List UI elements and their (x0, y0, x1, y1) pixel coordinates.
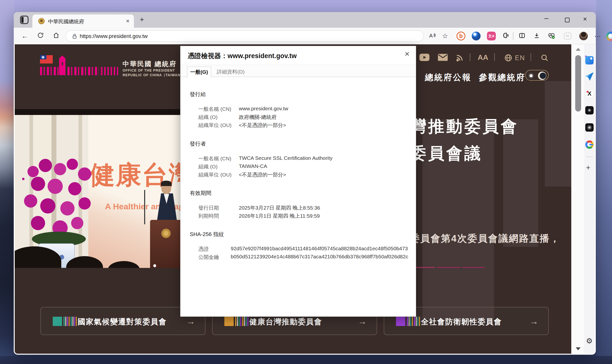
search-icon[interactable] (540, 54, 549, 63)
settings-more-icon[interactable]: ⋯ (594, 33, 601, 40)
sidebar-designer-icon[interactable] (585, 56, 594, 65)
field-value: 2026年1月1日 星期四 晚上11:59:59 (239, 212, 320, 219)
field-value: 政府機關-總統府 (239, 114, 277, 121)
gpt-glyph: ✳ (587, 108, 592, 113)
field-value-fingerprint: b050d5121239204e14c488b67c317aca4210b766… (231, 254, 408, 260)
field-label: 組織單位 (OU) (198, 171, 232, 178)
mail-icon[interactable] (438, 54, 448, 62)
video-control-dot[interactable] (153, 264, 156, 267)
theme-toggle[interactable] (525, 70, 549, 81)
field-label: 組織 (O) (198, 114, 218, 121)
translate-icon[interactable]: 文A (487, 32, 496, 40)
favorite-star-icon[interactable]: ☆ (441, 32, 449, 40)
field-label: 組織單位 (OU) (198, 122, 232, 129)
translate-glyph: 文A (488, 34, 495, 38)
tab-details[interactable]: 詳細資料(D) (217, 68, 245, 75)
browser-essentials-icon[interactable] (547, 32, 556, 40)
hero-photo[interactable]: 健康台灣·樂 A Healthier and Happ (15, 109, 180, 268)
sidebar-app-icon[interactable] (585, 123, 594, 132)
carousel-dash[interactable] (437, 267, 460, 268)
read-aloud-icon[interactable]: A (428, 32, 436, 40)
logo-pixel-strips (40, 67, 99, 75)
youtube-icon[interactable] (419, 54, 430, 62)
sidebar-drop-icon[interactable] (585, 72, 594, 81)
nav-visit[interactable]: 參觀總統府 (479, 72, 525, 83)
hero-subtitle: 委員會第4次委員會議網路直播， (410, 232, 560, 245)
sidebar-chatgpt-icon[interactable]: ✳ (585, 106, 594, 115)
site-logo-sub2: REPUBLIC OF CHINA（TAIWAN） (123, 73, 184, 78)
certificate-viewer-dialog: 憑證檢視器：www.president.gov.tw × 一般(G) 詳細資料(… (180, 46, 416, 317)
arrow-right-icon: → (186, 316, 195, 326)
font-resize-control[interactable]: AA (478, 53, 488, 62)
browser-tab[interactable]: 中華民國總統府 × (32, 14, 134, 28)
president-hair (161, 181, 172, 186)
minimize-button[interactable]: – (544, 14, 548, 22)
lock-icon[interactable] (71, 33, 78, 40)
header-divider (470, 53, 470, 61)
moon-icon (538, 72, 546, 80)
sidebar-x-app-icon[interactable]: X (585, 90, 594, 98)
new-tab-button[interactable]: + (140, 15, 144, 24)
field-label: 憑證 (198, 246, 209, 252)
tab-workspaces-icon[interactable] (20, 16, 28, 24)
taiwan-flag-icon (40, 55, 53, 64)
sidebar-add-icon[interactable]: + (586, 164, 590, 172)
tab-close-icon[interactable]: × (126, 18, 130, 25)
extension-browser-icon[interactable] (472, 32, 481, 40)
tab-general[interactable]: 一般(G) (187, 67, 211, 78)
arrow-right-icon: → (358, 316, 367, 326)
scissors-glyph: ✂ (566, 34, 569, 38)
rss-icon[interactable] (455, 54, 464, 63)
lang-switch[interactable]: EN (515, 54, 525, 62)
refresh-button[interactable] (36, 32, 45, 40)
scroll-down-arrow[interactable] (576, 347, 581, 350)
globe-icon[interactable] (504, 54, 512, 63)
carousel-dash[interactable] (462, 267, 485, 268)
scrollbar-thumb[interactable] (575, 55, 581, 112)
field-value: TAIWAN-CA (239, 163, 267, 169)
extensions-puzzle-icon[interactable] (502, 32, 510, 40)
field-value-fingerprint: 92d57e9207f4991bacd4954111481464f05745ca… (231, 246, 408, 251)
field-value: <不是憑證的一部分> (239, 171, 286, 178)
nav-gazette[interactable]: 總統府公報 (425, 72, 471, 83)
dialog-close-icon[interactable]: × (404, 49, 409, 59)
field-label: 發行日期 (198, 204, 219, 211)
toolbar: ← https://www.president.gov.tw A ☆ b b 文… (14, 28, 596, 44)
profile-avatar[interactable] (579, 32, 588, 40)
wallpaper-base (0, 356, 612, 364)
home-button[interactable] (52, 32, 60, 40)
downloads-icon[interactable] (533, 32, 541, 40)
back-button[interactable]: ← (21, 32, 29, 40)
card-pixel-strips (407, 317, 421, 326)
extension-bitly-icon[interactable]: b (456, 32, 465, 40)
sidebar-google-icon[interactable] (585, 141, 594, 149)
edge-sidebar: X ✳ + ⚙ (584, 44, 595, 354)
window-close-button[interactable]: × (583, 15, 587, 23)
maximize-button[interactable] (565, 18, 570, 22)
section-issued-to: 發行給 (190, 91, 206, 98)
scroll-up-arrow[interactable] (576, 48, 581, 51)
site-logo-title[interactable]: 中華民國 總統府 (123, 60, 177, 68)
wallpaper-mountain (0, 0, 14, 364)
hero-overlay-panel (545, 81, 571, 186)
field-value: <不是憑證的一部分> (239, 122, 286, 129)
site-logo-sub1: OFFICE OF THE PRESIDENT (123, 68, 175, 72)
screenshot-icon[interactable]: ✂ (564, 33, 571, 39)
split-screen-icon[interactable] (518, 32, 526, 40)
site-favicon-icon (38, 18, 45, 24)
header-divider (531, 53, 531, 61)
arrow-right-icon: → (530, 316, 538, 326)
b-glyph: b (459, 33, 463, 39)
card-pixel-icon (224, 317, 234, 326)
card-label: 全社會防衛韌性委員會 (421, 317, 502, 327)
sidebar-settings-gear-icon[interactable]: ⚙ (586, 337, 593, 345)
toolbar-divider (513, 32, 513, 40)
carousel-dash-active[interactable] (414, 267, 435, 268)
url-text[interactable]: https://www.president.gov.tw (80, 33, 148, 39)
address-bar[interactable]: https://www.president.gov.tw (66, 30, 424, 42)
wallpaper-sky (596, 0, 612, 364)
page-scrollbar[interactable] (572, 44, 584, 354)
dialog-title: 憑證檢視器：www.president.gov.tw (188, 52, 297, 60)
field-label: 組織 (O) (198, 163, 218, 170)
header-divider (494, 53, 495, 61)
